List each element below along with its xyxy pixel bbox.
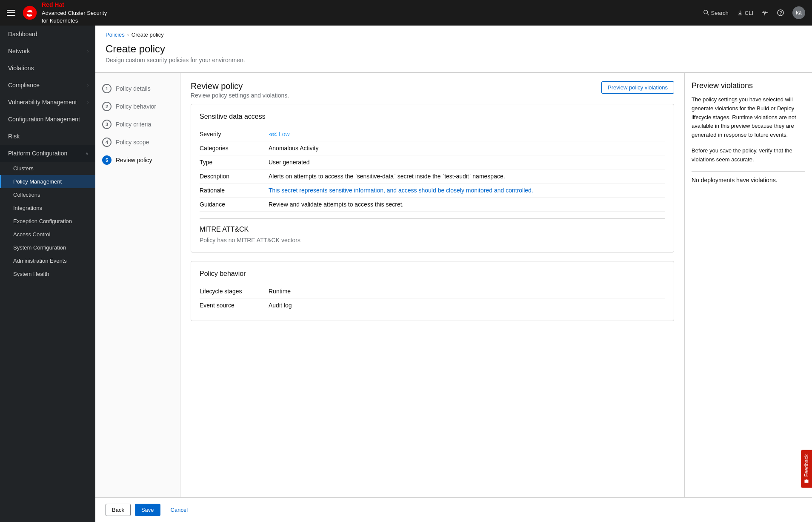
violations-divider	[692, 171, 805, 172]
mitre-title: MITRE ATT&CK	[200, 226, 665, 233]
wizard-step-5[interactable]: 5 Review policy	[95, 151, 180, 169]
hamburger-button[interactable]	[7, 10, 15, 16]
wizard-step-1[interactable]: 1 Policy details	[95, 80, 180, 98]
type-row: Type User generated	[200, 155, 665, 169]
navbar-actions: Search CLI ? ka	[703, 6, 805, 19]
breadcrumb-separator: ›	[127, 32, 129, 38]
page-subtitle: Design custom security policies for your…	[106, 57, 802, 63]
rationale-row: Rationale This secret represents sensiti…	[200, 184, 665, 198]
breadcrumb-current: Create policy	[132, 32, 164, 38]
review-panel-header: Review policy Review policy settings and…	[191, 81, 674, 99]
step-num-2: 2	[102, 102, 112, 111]
sidebar-sub-system-health[interactable]: System Health	[0, 267, 95, 281]
mitre-desc: Policy has no MITRE ATT&CK vectors	[200, 237, 665, 244]
sidebar-item-dashboard[interactable]: Dashboard	[0, 26, 95, 43]
svg-line-2	[707, 14, 709, 15]
severity-row: Severity ⋘ Low	[200, 127, 665, 141]
cli-button[interactable]: CLI	[737, 10, 753, 16]
description-value: Alerts on attempts to access the `sensit…	[269, 173, 665, 180]
categories-row: Categories Anomalous Activity	[200, 141, 665, 155]
user-avatar[interactable]: ka	[792, 6, 805, 19]
review-header-text: Review policy Review policy settings and…	[191, 81, 289, 99]
navbar-brand: Red Hat Advanced Cluster Security for Ku…	[22, 1, 107, 25]
mitre-section: MITRE ATT&CK Policy has no MITRE ATT&CK …	[200, 226, 665, 244]
severity-badge: ⋘ Low	[269, 131, 290, 138]
chevron-right-icon-vuln: ›	[87, 100, 89, 105]
lifecycle-label: Lifecycle stages	[200, 288, 263, 295]
sidebar: Dashboard Network › Violations Complianc…	[0, 26, 95, 522]
help-icon: ?	[777, 9, 784, 16]
sidebar-item-risk[interactable]: Risk	[0, 128, 95, 145]
svg-point-1	[703, 10, 707, 14]
step-num-5: 5	[102, 155, 112, 165]
violations-preview-panel: Preview violations The policy settings y…	[684, 73, 812, 497]
cancel-button[interactable]: Cancel	[165, 504, 194, 516]
main-layout: Dashboard Network › Violations Complianc…	[0, 26, 812, 522]
rationale-value: This secret represents sensitive informa…	[269, 187, 665, 194]
categories-value: Anomalous Activity	[269, 145, 665, 152]
violations-empty-message: No deployments have violations.	[692, 177, 805, 184]
svg-point-0	[23, 6, 37, 20]
svg-rect-3	[738, 14, 743, 15]
sidebar-sub-admin-events[interactable]: Administration Events	[0, 254, 95, 267]
violations-desc-1: The policy settings you have selected wi…	[692, 95, 805, 140]
step-num-3: 3	[102, 120, 112, 129]
breadcrumb-parent-link[interactable]: Policies	[106, 32, 125, 38]
sidebar-sub-system-config[interactable]: System Configuration	[0, 241, 95, 254]
step-num-1: 1	[102, 84, 112, 93]
page-title: Create policy	[106, 43, 802, 55]
policy-card-title: Sensitive data access	[200, 113, 665, 120]
sidebar-sub-clusters[interactable]: Clusters	[0, 162, 95, 175]
breadcrumb: Policies › Create policy	[95, 26, 812, 38]
review-panel-title: Review policy	[191, 81, 289, 91]
search-button[interactable]: Search	[703, 10, 729, 16]
description-label: Description	[200, 173, 263, 180]
sidebar-sub-policy-management[interactable]: Policy Management	[0, 175, 95, 188]
sidebar-item-configuration-management[interactable]: Configuration Management	[0, 111, 95, 128]
sidebar-item-violations[interactable]: Violations	[0, 60, 95, 77]
severity-label: Severity	[200, 131, 263, 138]
search-icon	[703, 10, 709, 16]
wizard-footer: Back Save Cancel	[95, 497, 812, 522]
sidebar-sub-exception-config[interactable]: Exception Configuration	[0, 215, 95, 228]
chevron-down-icon-platform: ∨	[86, 151, 89, 156]
wizard-step-2[interactable]: 2 Policy behavior	[95, 98, 180, 115]
wizard-layout: 1 Policy details 2 Policy behavior 3 Pol…	[95, 72, 812, 522]
pulse-icon	[762, 9, 769, 16]
behavior-card-title: Policy behavior	[200, 270, 665, 278]
step-num-4: 4	[102, 138, 112, 147]
preview-violations-button[interactable]: Preview policy violations	[601, 81, 674, 94]
help-button[interactable]: ?	[777, 9, 784, 16]
categories-label: Categories	[200, 145, 263, 152]
wizard-main-content: Review policy Review policy settings and…	[180, 73, 684, 497]
review-panel-desc: Review policy settings and violations.	[191, 92, 289, 99]
lifecycle-row: Lifecycle stages Runtime	[200, 284, 665, 298]
lifecycle-value: Runtime	[269, 288, 665, 295]
content-area: Policies › Create policy Create policy D…	[95, 26, 812, 522]
sidebar-item-vulnerability-management[interactable]: Vulnerability Management ›	[0, 94, 95, 111]
guidance-label: Guidance	[200, 201, 263, 208]
navbar: Red Hat Advanced Cluster Security for Ku…	[0, 0, 812, 26]
rationale-label: Rationale	[200, 187, 263, 194]
feedback-tab[interactable]: Feedback	[801, 450, 812, 488]
sidebar-item-network[interactable]: Network ›	[0, 43, 95, 60]
save-button[interactable]: Save	[135, 504, 160, 516]
mitre-divider	[200, 218, 665, 219]
guidance-value: Review and validate attempts to access t…	[269, 201, 665, 208]
back-button[interactable]: Back	[106, 504, 131, 516]
policy-details-card: Sensitive data access Severity ⋘ Low	[191, 104, 674, 252]
download-icon	[737, 10, 743, 16]
page-header: Create policy Design custom security pol…	[95, 38, 812, 72]
navbar-title: Red Hat Advanced Cluster Security for Ku…	[42, 1, 107, 25]
violations-title: Preview violations	[692, 81, 805, 90]
wizard-step-4[interactable]: 4 Policy scope	[95, 133, 180, 151]
sidebar-sub-integrations[interactable]: Integrations	[0, 201, 95, 215]
sidebar-item-platform-config[interactable]: Platform Configuration ∨	[0, 145, 95, 162]
wizard-nav: 1 Policy details 2 Policy behavior 3 Pol…	[95, 73, 180, 497]
sidebar-sub-collections[interactable]: Collections	[0, 188, 95, 201]
sidebar-item-compliance[interactable]: Compliance ›	[0, 77, 95, 94]
chevron-right-icon-compliance: ›	[87, 83, 89, 88]
wizard-step-3[interactable]: 3 Policy criteria	[95, 115, 180, 133]
violations-desc-2: Before you save the policy, verify that …	[692, 146, 805, 164]
sidebar-sub-access-control[interactable]: Access Control	[0, 228, 95, 241]
